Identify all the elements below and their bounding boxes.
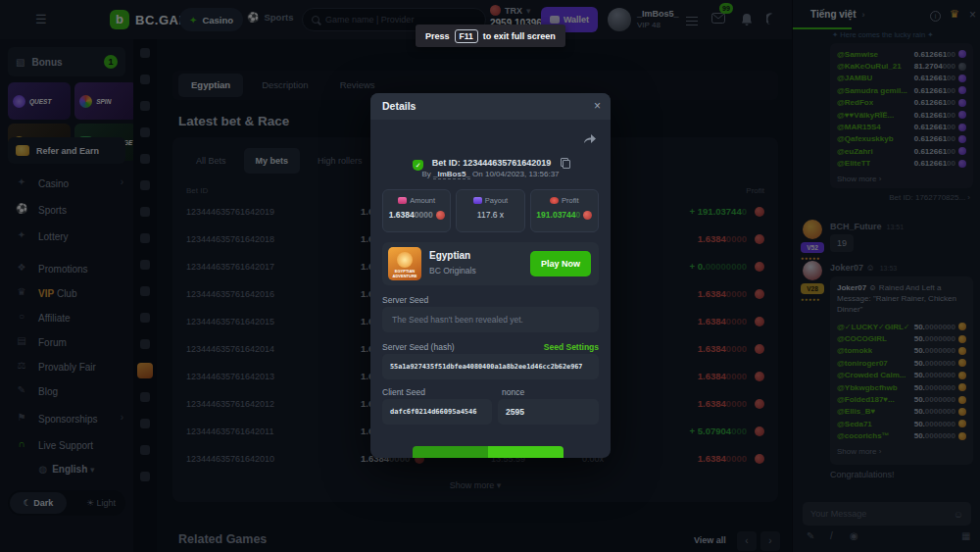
profit-icon [550,197,559,204]
game-provider: BC Originals [429,266,476,276]
amount-icon [398,197,407,204]
fullscreen-toast: Press F11 to exit full screen [416,25,565,47]
nonce-label: nonce [502,387,524,397]
server-seed-hash-value[interactable]: 55a1a927435f51dbfea4080400a1a8b2ee1d46cc… [382,354,599,379]
game-thumbnail[interactable]: EGYPTIAN ADVENTURE [388,247,421,280]
toast-text: to exit full screen [483,31,556,41]
server-seed-unrevealed-box: The Seed hasn't been revealed yet. [382,307,599,332]
bet-details-modal: Details × ✓ Bet ID: 123444635761642019 B… [370,93,611,458]
nonce-value[interactable]: 2595 [498,399,599,425]
bcgame-app: ☰ b BC.GAME ✦ Casino ⚽ Sports TRX ▾ 2959… [0,0,980,552]
copy-icon[interactable] [561,158,568,167]
play-now-button[interactable]: Play Now [530,251,591,276]
modal-title: Details [382,100,416,112]
bet-author-username[interactable]: _ImBos5_ [433,170,470,179]
bet-author-row: By _ImBos5_ On 10/04/2023, 13:56:37 [370,170,611,178]
f11-keycap: F11 [455,29,478,43]
stat-payout: Payout 117.6 x [456,189,524,232]
game-title: Egyptian [429,250,470,261]
verify-button[interactable] [413,446,564,458]
payout-icon [473,197,482,204]
seed-settings-link[interactable]: Seed Settings [544,342,599,352]
bet-id-value: Bet ID: 123444635761642019 [432,158,552,168]
trx-coin-icon [436,211,445,220]
bet-id-row: ✓ Bet ID: 123444635761642019 [370,152,611,171]
client-seed-value[interactable]: dafc6f0214d66095a4546 [382,399,492,425]
server-seed-hash-label: Server Seed (hash) [382,342,455,352]
bet-stats-row: Amount 1.63840000 Payout 117.6 x Profit … [382,189,599,232]
game-card: EGYPTIAN ADVENTURE Egyptian BC Originals… [382,242,599,285]
share-icon[interactable] [583,130,597,142]
toast-text: Press [425,31,450,41]
stat-amount: Amount 1.63840000 [382,189,451,232]
stat-profit: Profit 191.037440 [530,189,599,232]
client-seed-label: Client Seed [382,387,425,397]
trx-coin-icon [583,211,592,220]
modal-close-icon[interactable]: × [594,99,601,113]
game-thumbnail-label: EGYPTIAN ADVENTURE [388,269,421,278]
bet-datetime: 10/04/2023, 13:56:37 [485,170,560,178]
server-seed-label: Server Seed [382,295,428,305]
